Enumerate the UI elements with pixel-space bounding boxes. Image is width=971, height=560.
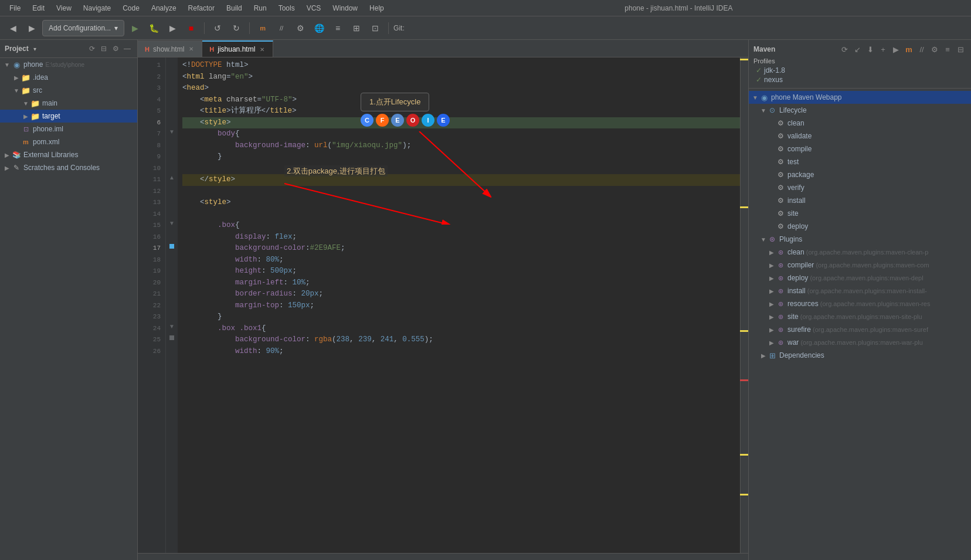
maven-item-phone-webapp[interactable]: ▼ ◉ phone Maven Webapp bbox=[749, 91, 971, 104]
tab-close-show[interactable]: ✕ bbox=[188, 45, 195, 53]
maven-settings-icon[interactable]: ⚙ bbox=[929, 43, 941, 55]
menu-navigate[interactable]: Navigate bbox=[79, 3, 116, 13]
fold-arrow-7[interactable]: ▼ bbox=[169, 128, 175, 135]
maven-plugin-war[interactable]: ▶ ⊛ war (org.apache.maven.plugins:maven-… bbox=[749, 336, 971, 349]
code-text: : bbox=[305, 140, 314, 152]
stop-button[interactable]: ■ bbox=[183, 20, 199, 36]
collapse-icon[interactable]: ⊟ bbox=[99, 43, 109, 54]
maven-item-plugins[interactable]: ▼ ⊛ Plugins bbox=[749, 233, 971, 246]
menu-analyze[interactable]: Analyze bbox=[147, 3, 181, 13]
code-text: < bbox=[182, 94, 205, 106]
tree-item-phone[interactable]: ▼ ◉ phone E:\study\phone bbox=[0, 58, 137, 71]
gear-icon-test: ⚙ bbox=[776, 157, 785, 167]
maven-plugin-site[interactable]: ▶ ⊛ site (org.apache.maven.plugins:maven… bbox=[749, 310, 971, 323]
menu-tools[interactable]: Tools bbox=[274, 3, 300, 13]
tab-close-jishuan[interactable]: ✕ bbox=[259, 46, 266, 53]
maven-item-compile[interactable]: ▶ ⚙ compile bbox=[749, 142, 971, 155]
debug-button[interactable]: 🐛 bbox=[145, 20, 162, 36]
maven-label-package: package bbox=[787, 171, 814, 179]
webapp-icon: ◉ bbox=[759, 93, 769, 102]
tree-item-external-libs[interactable]: ▶ 📚 External Libraries bbox=[0, 148, 137, 161]
code-text: ); bbox=[425, 334, 433, 346]
fold-arrow-24[interactable]: ▼ bbox=[169, 323, 175, 330]
menu-file[interactable]: File bbox=[5, 3, 25, 13]
maven-reload-icon[interactable]: ⟳ bbox=[838, 43, 850, 55]
structure-button[interactable]: ⊞ bbox=[348, 20, 365, 36]
maven-icon-button[interactable]: m bbox=[254, 20, 271, 36]
tree-item-scratches[interactable]: ▶ ✎ Scratches and Consoles bbox=[0, 161, 137, 174]
menu-help[interactable]: Help bbox=[365, 3, 389, 13]
maven-item-deploy[interactable]: ▶ ⚙ deploy bbox=[749, 220, 971, 233]
maven-title: Maven bbox=[753, 45, 775, 53]
add-configuration-button[interactable]: Add Configuration... ▾ bbox=[42, 20, 124, 36]
rerun-button[interactable]: ↺ bbox=[209, 20, 226, 36]
globe-button[interactable]: 🌐 bbox=[311, 20, 327, 36]
maven-item-install[interactable]: ▶ ⚙ install bbox=[749, 194, 971, 207]
maven-collapse-icon[interactable]: ⊟ bbox=[955, 43, 966, 55]
settings-button[interactable]: ⚙ bbox=[292, 20, 308, 36]
code-text: ; bbox=[279, 254, 284, 266]
code-content[interactable]: <!DOCTYPE html> <html lang="en"> <head> … bbox=[178, 57, 740, 553]
run-with-coverage-button[interactable]: ▶ bbox=[164, 20, 181, 36]
maven-download-source-icon[interactable]: ↙ bbox=[851, 43, 863, 55]
plugin-icon-install: ⊛ bbox=[776, 286, 785, 296]
minimize-icon[interactable]: — bbox=[122, 43, 133, 54]
navigate-forward-button[interactable]: ▶ bbox=[23, 20, 40, 36]
code-text: width bbox=[235, 346, 257, 358]
maven-add-icon[interactable]: + bbox=[877, 43, 889, 55]
fold-arrow-15[interactable]: ▼ bbox=[169, 220, 175, 226]
maven-m-icon[interactable]: m bbox=[903, 43, 915, 55]
maven-tree[interactable]: ▼ ◉ phone Maven Webapp ▼ ⊙ Lifecycle ▶ ⚙… bbox=[749, 89, 971, 560]
tree-item-phone-iml[interactable]: ▶ ⊡ phone.iml bbox=[0, 123, 137, 135]
maven-run-icon[interactable]: ▶ bbox=[890, 43, 902, 55]
menu-window[interactable]: Window bbox=[328, 3, 362, 13]
maven-download-icon[interactable]: ⬇ bbox=[864, 43, 876, 55]
menu-vcs[interactable]: VCS bbox=[302, 3, 326, 13]
navigate-back-button[interactable]: ◀ bbox=[5, 20, 21, 36]
maven-item-package[interactable]: ▶ ⚙ package bbox=[749, 168, 971, 181]
menu-code[interactable]: Code bbox=[118, 3, 144, 13]
gear-icon[interactable]: ⚙ bbox=[110, 43, 121, 54]
tab-jishuan-html[interactable]: H jishuan.html ✕ bbox=[202, 40, 273, 57]
fold-arrow-11[interactable]: ▲ bbox=[169, 174, 175, 181]
maven-arrange-icon[interactable]: ≡ bbox=[942, 43, 953, 55]
profile-jdk[interactable]: ✓ jdk-1.8 bbox=[753, 66, 966, 75]
maven-item-site[interactable]: ▶ ⚙ site bbox=[749, 207, 971, 220]
gear-icon-package: ⚙ bbox=[776, 170, 785, 179]
maven-plugin-surefire[interactable]: ▶ ⊛ surefire (org.apache.maven.plugins:m… bbox=[749, 323, 971, 336]
maven-plugin-deploy[interactable]: ▶ ⊛ deploy (org.apache.maven.plugins:mav… bbox=[749, 271, 971, 284]
menu-refactor[interactable]: Refactor bbox=[184, 3, 219, 13]
run-button[interactable]: ▶ bbox=[127, 20, 143, 36]
maven-item-validate[interactable]: ▶ ⚙ validate bbox=[749, 130, 971, 142]
tree-item-target[interactable]: ▶ 📁 target bbox=[0, 110, 137, 123]
bottom-scrollbar[interactable] bbox=[138, 553, 748, 560]
maven-gradle-icon[interactable]: // bbox=[916, 43, 928, 55]
tab-show-html[interactable]: H show.html ✕ bbox=[138, 40, 202, 57]
maven-plugin-install[interactable]: ▶ ⊛ install (org.apache.maven.plugins:ma… bbox=[749, 284, 971, 297]
gutter-7: ▼ bbox=[166, 126, 178, 138]
menu-view[interactable]: View bbox=[52, 3, 76, 13]
maven-item-dependencies[interactable]: ▶ ⊞ Dependencies bbox=[749, 349, 971, 362]
tree-item-idea[interactable]: ▶ 📁 .idea bbox=[0, 71, 137, 84]
maven-plugin-clean[interactable]: ▶ ⊛ clean (org.apache.maven.plugins:mave… bbox=[749, 246, 971, 259]
tree-item-main[interactable]: ▼ 📁 main bbox=[0, 97, 137, 110]
maven-item-clean[interactable]: ▶ ⚙ clean bbox=[749, 117, 971, 130]
database-button[interactable]: ≡ bbox=[330, 20, 346, 36]
search-everywhere-button[interactable]: ⊡ bbox=[367, 20, 383, 36]
menu-run[interactable]: Run bbox=[249, 3, 271, 13]
maven-item-test[interactable]: ▶ ⚙ test bbox=[749, 155, 971, 168]
menu-edit[interactable]: Edit bbox=[28, 3, 49, 13]
maven-item-lifecycle[interactable]: ▼ ⊙ Lifecycle bbox=[749, 104, 971, 117]
maven-plugin-compiler[interactable]: ▶ ⊛ compiler (org.apache.maven.plugins:m… bbox=[749, 259, 971, 271]
code-editor[interactable]: 1 2 3 4 5 6 7 8 9 10 11 12 13 14 15 16 1… bbox=[138, 57, 748, 553]
menu-build[interactable]: Build bbox=[222, 3, 247, 13]
sync-icon[interactable]: ⟳ bbox=[87, 43, 97, 54]
maven-plugin-resources[interactable]: ▶ ⊛ resources (org.apache.maven.plugins:… bbox=[749, 297, 971, 310]
profile-nexus[interactable]: ✓ nexus bbox=[753, 75, 966, 84]
code-text: ); bbox=[402, 140, 411, 152]
tree-item-pom[interactable]: ▶ m pom.xml bbox=[0, 135, 137, 148]
maven-item-verify[interactable]: ▶ ⚙ verify bbox=[749, 181, 971, 194]
tree-item-src[interactable]: ▼ 📁 src bbox=[0, 84, 137, 97]
gradle-button[interactable]: // bbox=[273, 20, 290, 36]
update-button[interactable]: ↻ bbox=[228, 20, 245, 36]
